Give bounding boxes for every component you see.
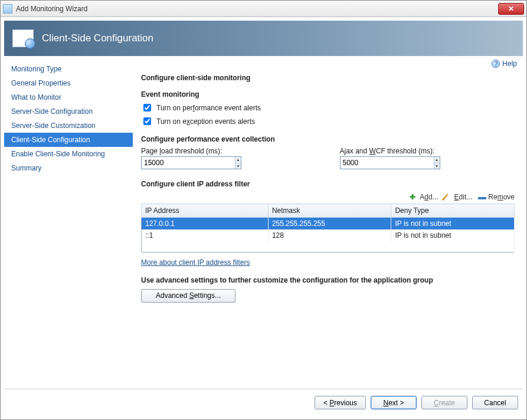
sidebar-item-general-properties[interactable]: General Properties	[4, 76, 133, 90]
sidebar-item-enable-client-side-monitoring[interactable]: Enable Client-Side Monitoring	[4, 147, 133, 161]
cell-mask: 255.255.255.255	[268, 218, 391, 230]
header-banner: Client-Side Configuration	[4, 21, 523, 56]
sidebar-item-client-side-configuration[interactable]: Client-Side Configuration	[4, 133, 133, 147]
perf-alerts-checkbox[interactable]	[143, 104, 151, 111]
ajax-wcf-spinner: ▲ ▼	[340, 156, 440, 169]
create-button: Create	[421, 396, 467, 409]
sidebar-item-summary[interactable]: Summary	[4, 161, 133, 175]
window-title: Add Monitoring Wizard	[16, 5, 87, 13]
configure-title: Configure client-side monitoring	[141, 74, 515, 82]
ip-filter-toolbar: ✚ Add... Edit... Remove	[141, 193, 515, 201]
content-pane: ? Help Configure client-side monitoring …	[133, 56, 523, 389]
help-icon: ?	[492, 60, 500, 68]
sidebar-item-server-side-configuration[interactable]: Server-Side Configuration	[4, 104, 133, 119]
footer: < Previous Next > Create Cancel	[4, 389, 523, 416]
sidebar-item-what-to-monitor[interactable]: What to Monitor	[4, 90, 133, 104]
ajax-wcf-input[interactable]	[341, 157, 434, 169]
titlebar: Add Monitoring Wizard ✕	[1, 1, 526, 17]
close-icon: ✕	[508, 5, 514, 13]
col-ip[interactable]: IP Address	[142, 204, 269, 218]
pencil-icon	[444, 193, 453, 201]
sidebar-item-monitoring-type[interactable]: Monitoring Type	[4, 62, 133, 76]
help-link[interactable]: ? Help	[492, 60, 517, 68]
sidebar: Monitoring Type General Properties What …	[4, 56, 133, 389]
ajax-wcf-spin-up[interactable]: ▲	[434, 157, 440, 163]
advanced-hint: Use advanced settings to further customi…	[141, 276, 515, 284]
wizard-window: Add Monitoring Wizard ✕ Client-Side Conf…	[0, 0, 527, 420]
plus-icon: ✚	[410, 193, 418, 201]
advanced-settings-button[interactable]: Advanced Settings...	[141, 289, 235, 303]
table-empty-row	[142, 241, 515, 252]
banner-icon	[12, 29, 34, 47]
grid-header-row: IP Address Netmask Deny Type	[142, 204, 515, 218]
col-deny[interactable]: Deny Type	[391, 204, 515, 218]
ip-filter-title: Configure client IP address filter	[141, 180, 515, 188]
edit-button[interactable]: Edit...	[444, 193, 473, 201]
ajax-wcf-label: Ajax and WCF threshold (ms):	[340, 147, 515, 155]
page-load-input[interactable]	[142, 157, 235, 169]
sidebar-item-server-side-customization[interactable]: Server-Side Customization	[4, 119, 133, 133]
previous-button[interactable]: < Previous	[315, 396, 366, 409]
exception-alerts-row: Turn on exception events alerts	[141, 116, 515, 127]
cell-deny: IP is not in subnet	[391, 229, 515, 241]
ajax-wcf-spin-down[interactable]: ▼	[434, 163, 440, 169]
perf-alerts-row: Turn on performance event alerts	[141, 102, 515, 113]
cell-mask: 128	[268, 229, 391, 241]
event-monitoring-title: Event monitoring	[141, 90, 515, 99]
banner-title: Client-Side Configuration	[42, 32, 153, 44]
next-button[interactable]: Next >	[371, 396, 417, 409]
close-button[interactable]: ✕	[498, 3, 524, 15]
perf-collection-title: Configure performance event collection	[141, 135, 515, 143]
cell-deny: IP is not in subnet	[391, 218, 515, 230]
exception-alerts-checkbox[interactable]	[143, 117, 151, 125]
cell-ip: ::1	[142, 229, 269, 241]
page-load-spin-down[interactable]: ▼	[235, 163, 241, 169]
window-icon	[3, 4, 12, 14]
help-label: Help	[502, 60, 517, 68]
exception-alerts-label[interactable]: Turn on exception events alerts	[156, 117, 255, 126]
page-load-label: Page load threshold (ms):	[141, 147, 316, 155]
table-row[interactable]: ::1 128 IP is not in subnet	[142, 229, 515, 241]
more-about-ip-filters-link[interactable]: More about client IP address filters	[141, 258, 250, 267]
ajax-wcf-field: Ajax and WCF threshold (ms): ▲ ▼	[340, 147, 515, 169]
page-load-spinner: ▲ ▼	[141, 156, 241, 169]
ip-filter-grid[interactable]: IP Address Netmask Deny Type 127.0.0.1 2…	[141, 204, 515, 252]
add-button[interactable]: ✚ Add...	[410, 193, 438, 201]
col-netmask[interactable]: Netmask	[268, 204, 391, 218]
remove-button[interactable]: Remove	[478, 193, 515, 201]
minus-icon	[478, 193, 486, 201]
page-load-spin-up[interactable]: ▲	[235, 157, 241, 163]
table-row[interactable]: 127.0.0.1 255.255.255.255 IP is not in s…	[142, 218, 515, 230]
page-load-field: Page load threshold (ms): ▲ ▼	[141, 147, 316, 169]
cell-ip: 127.0.0.1	[142, 218, 269, 230]
perf-alerts-label[interactable]: Turn on performance event alerts	[156, 104, 261, 112]
cancel-button[interactable]: Cancel	[472, 396, 518, 409]
